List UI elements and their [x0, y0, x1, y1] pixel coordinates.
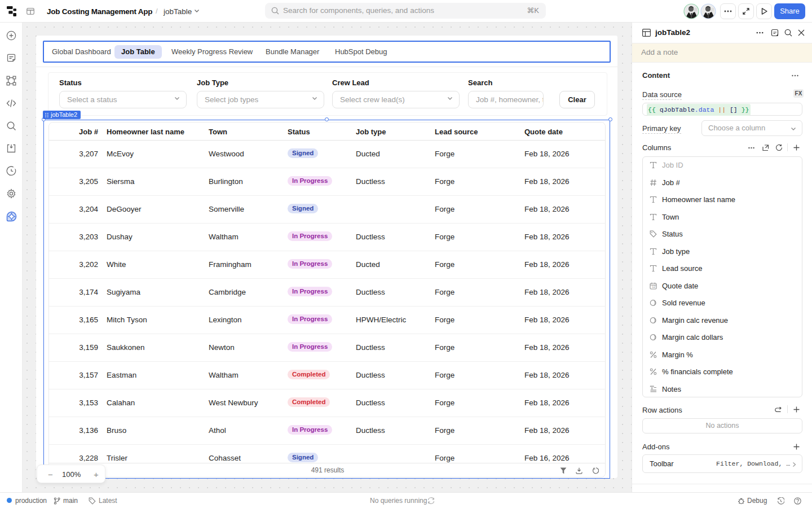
svg-text:12: 12: [652, 285, 655, 288]
